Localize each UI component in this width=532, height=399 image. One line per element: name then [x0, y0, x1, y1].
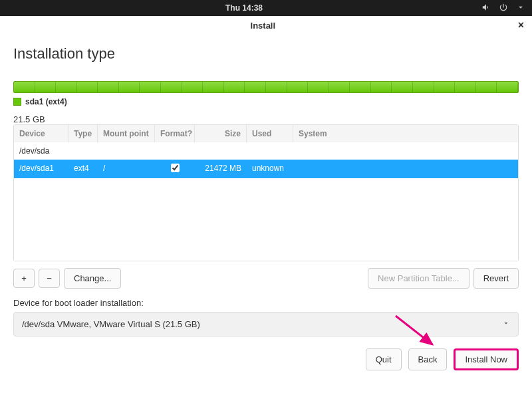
cell-system [293, 160, 518, 178]
col-used[interactable]: Used [247, 125, 293, 142]
col-system[interactable]: System [293, 125, 518, 142]
table-row[interactable]: /dev/sda1 ext4 / 21472 MB unknown [14, 160, 518, 178]
cell-device: /dev/sda1 [14, 160, 68, 178]
remove-partition-button[interactable]: − [39, 269, 60, 288]
volume-icon[interactable] [481, 3, 491, 14]
col-type[interactable]: Type [68, 125, 98, 142]
window-title: Install [8, 21, 518, 31]
cell-format[interactable] [155, 160, 195, 178]
disk-usage-bar [13, 81, 519, 93]
revert-button[interactable]: Revert [473, 268, 519, 289]
partition-legend: sda1 (ext4) 21.5 GB [13, 97, 519, 124]
power-icon[interactable] [499, 3, 508, 14]
cell-mount: / [98, 160, 155, 178]
legend-size: 21.5 GB [13, 114, 45, 124]
cell-size: 21472 MB [195, 160, 247, 178]
system-topbar: Thu 14:38 [0, 0, 532, 16]
close-icon[interactable]: × [518, 19, 524, 31]
col-size[interactable]: Size [195, 125, 247, 142]
chevron-down-icon[interactable] [516, 3, 525, 14]
col-format[interactable]: Format? [155, 125, 195, 142]
cell-mount [98, 142, 155, 160]
bootloader-select[interactable]: /dev/sda VMware, VMware Virtual S (21.5 … [13, 312, 519, 336]
cell-format [155, 142, 195, 160]
cell-used: unknown [247, 160, 293, 178]
cell-type: ext4 [68, 160, 98, 178]
partition-table: Device Type Mount point Format? Size Use… [13, 124, 519, 261]
quit-button[interactable]: Quit [366, 348, 402, 370]
wizard-footer: Quit Back Install Now [0, 336, 532, 382]
add-partition-button[interactable]: + [13, 269, 35, 288]
bootloader-value: /dev/sda VMware, VMware Virtual S (21.5 … [22, 319, 200, 329]
legend-swatch [13, 98, 21, 106]
new-partition-table-button[interactable]: New Partition Table... [368, 268, 469, 289]
col-device[interactable]: Device [14, 125, 68, 142]
table-row[interactable]: /dev/sda [14, 142, 518, 160]
partition-toolbar: + − Change... New Partition Table... Rev… [13, 268, 519, 289]
window-titlebar: Install × [0, 16, 532, 35]
back-button[interactable]: Back [408, 348, 448, 370]
cell-device: /dev/sda [14, 142, 68, 160]
cell-used [247, 142, 293, 160]
col-mount[interactable]: Mount point [98, 125, 155, 142]
format-checkbox[interactable] [171, 164, 180, 172]
change-partition-button[interactable]: Change... [64, 268, 121, 289]
page-heading: Installation type [13, 45, 519, 63]
cell-system [293, 142, 518, 160]
system-tray[interactable] [481, 3, 525, 14]
table-header: Device Type Mount point Format? Size Use… [14, 125, 518, 142]
cell-type [68, 142, 98, 160]
install-now-button[interactable]: Install Now [454, 348, 519, 370]
bootloader-label: Device for boot loader installation: [13, 298, 519, 308]
chevron-down-icon [502, 319, 510, 329]
legend-device: sda1 (ext4) [25, 97, 67, 106]
clock: Thu 14:38 [7, 3, 481, 13]
table-body: /dev/sda /dev/sda1 ext4 / 21472 MB unkno… [14, 142, 518, 261]
cell-size [195, 142, 247, 160]
